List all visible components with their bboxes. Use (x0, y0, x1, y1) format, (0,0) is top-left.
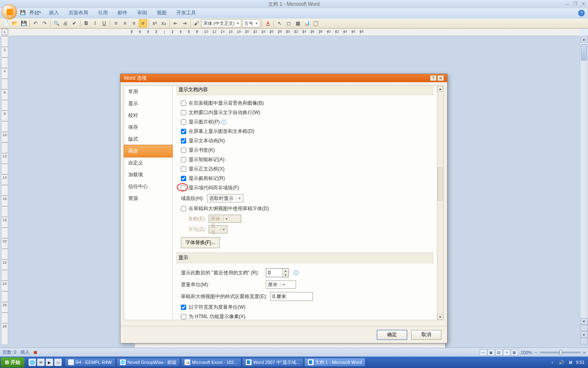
html-pixels-checkbox[interactable] (181, 314, 186, 319)
draft-view-icon[interactable]: ▦ (511, 349, 518, 356)
font-name-dropdown[interactable]: 宋体 (中文正文)▼ (201, 19, 241, 27)
tab-references[interactable]: 引用 (93, 8, 113, 18)
font-color-icon[interactable]: A (264, 19, 272, 27)
options-nav-item[interactable]: 资源 (124, 193, 172, 204)
option-checkbox-row[interactable]: 显示文本动画(N) (176, 136, 434, 146)
measurement-unit-dropdown[interactable]: 厘米▼ (266, 280, 296, 289)
office-button[interactable]: 🟧 (2, 4, 17, 20)
dialog-scroll-up-icon[interactable]: ▲ (437, 86, 443, 92)
tab-insert[interactable]: 插入 (44, 8, 64, 18)
tab-view[interactable]: 视图 (152, 8, 172, 18)
bold-icon[interactable]: B (82, 19, 90, 27)
info-icon[interactable]: i (221, 120, 226, 125)
clock[interactable]: 9:51 (576, 360, 585, 365)
zoom-level[interactable]: 100% (521, 350, 532, 355)
draft-font-checkbox-row[interactable]: 在草稿和大纲视图中使用草稿字体(D) (176, 204, 434, 213)
taskbar-item[interactable]: 📘Word 2007 中"显示域... (242, 358, 303, 367)
tray-icon-1[interactable]: ‹ (549, 359, 556, 366)
scroll-down-icon[interactable]: ▼ (581, 318, 587, 325)
ql-icon-4[interactable]: ▭ (54, 359, 62, 366)
zoom-out-button[interactable]: − (535, 350, 537, 355)
vertical-scrollbar[interactable]: ▲ ▼ ◦ ● ◦ (580, 36, 587, 344)
info-icon[interactable]: i (294, 270, 298, 275)
superscript-icon[interactable]: x² (151, 19, 159, 27)
qat-redo-icon[interactable]: ↷ (36, 9, 42, 16)
field-shading-dropdown[interactable]: 选取时显示▼ (207, 194, 243, 202)
insert-chart-icon[interactable]: 📊 (303, 19, 311, 27)
option-checkbox[interactable] (181, 138, 186, 144)
subscript-icon[interactable]: x₂ (160, 19, 168, 27)
print-preview-icon[interactable]: 🔍 (52, 19, 60, 27)
dialog-scroll-thumb[interactable] (438, 168, 443, 200)
print-layout-view-icon[interactable]: ▭ (480, 349, 487, 356)
option-checkbox-row[interactable]: 文档窗口内显示文字自动换行(W) (176, 108, 434, 117)
save-icon[interactable]: 💾 (20, 19, 28, 27)
html-pixels-checkbox-row[interactable]: 为 HTML 功能显示像素(X) (176, 312, 434, 320)
zoom-handle[interactable] (559, 350, 562, 355)
browse-object-icon[interactable]: ● (581, 331, 587, 338)
open-icon[interactable]: 📂 (11, 19, 19, 27)
tray-icon-2[interactable]: 🔊 (558, 359, 565, 366)
option-checkbox-row[interactable]: 在屏幕上显示图形和文本框(D) (176, 127, 434, 136)
align-left-icon[interactable]: ≡ (112, 19, 120, 27)
option-checkbox[interactable] (181, 148, 186, 153)
zoom-slider[interactable] (540, 352, 581, 353)
indent-decrease-icon[interactable]: ⇤ (172, 19, 180, 27)
style-pane-width-input[interactable] (270, 292, 313, 301)
dialog-help-button[interactable]: ? (430, 75, 437, 81)
underline-icon[interactable]: U (100, 19, 108, 27)
recent-docs-input[interactable] (266, 269, 283, 277)
options-nav-item[interactable]: 信任中心 (124, 181, 172, 193)
tab-mailings[interactable]: 邮件 (113, 8, 132, 18)
outline-view-icon[interactable]: ≡ (503, 349, 510, 356)
start-button[interactable]: ⊞ 开始 (1, 357, 24, 368)
horizontal-ruler[interactable]: 8642246810121416182022242628303234363840… (9, 29, 579, 36)
qat-save-icon[interactable]: 💾 (20, 9, 26, 16)
format-painter-icon[interactable]: 🖌 (192, 19, 200, 27)
minimize-button[interactable]: — (564, 1, 571, 7)
ql-icon-3[interactable]: ▶ (46, 359, 53, 366)
option-checkbox[interactable] (181, 176, 186, 181)
page-count[interactable]: 页数: 0 (2, 349, 16, 355)
option-checkbox[interactable] (181, 185, 186, 191)
char-unit-checkbox-row[interactable]: 以字符宽度为度量单位(W) (176, 303, 434, 312)
indent-increase-icon[interactable]: ⇥ (180, 19, 189, 27)
taskbar-item[interactable]: 🌐Novell GroupWise - 邮箱 (116, 358, 180, 367)
option-checkbox[interactable] (181, 110, 186, 115)
insert-table-icon[interactable]: ▦ (294, 19, 302, 27)
ok-button[interactable]: 确定 (377, 330, 407, 340)
dialog-close-button[interactable]: ✕ (437, 75, 444, 81)
scroll-up-icon[interactable]: ▲ (581, 36, 587, 43)
font-size-dropdown[interactable]: 五号▼ (242, 19, 260, 27)
options-nav-item[interactable]: 自定义 (124, 157, 172, 169)
option-checkbox[interactable] (181, 129, 186, 134)
char-unit-checkbox[interactable] (181, 305, 186, 310)
spin-up-icon[interactable]: ▲ (283, 269, 288, 273)
dialog-scrollbar[interactable]: ▲ ▼ (437, 86, 443, 320)
option-checkbox-row[interactable]: 显示图片框(P)i (176, 117, 434, 127)
taskbar-item[interactable]: 📊Microsoft Excel - 102... (181, 358, 241, 367)
options-nav-item[interactable]: 版式 (124, 133, 172, 145)
tab-selector[interactable]: L (2, 29, 8, 35)
dialog-scroll-down-icon[interactable]: ▼ (437, 314, 443, 320)
recent-docs-spinbox[interactable]: ▲▼ (266, 268, 289, 277)
tab-layout[interactable]: 页面布局 (64, 8, 93, 18)
redo-icon[interactable]: ↷ (40, 19, 49, 27)
taskbar-item[interactable]: 📘文档 1 - Microsoft Word (304, 358, 366, 367)
align-center-icon[interactable]: ≡ (121, 19, 129, 27)
vertical-ruler[interactable]: 246810121416182022242628 (2, 36, 8, 344)
tray-icon-3[interactable]: 🖥 (567, 359, 574, 366)
options-nav-item[interactable]: 加载项 (124, 169, 172, 181)
tab-developer[interactable]: 开发工具 (172, 8, 201, 18)
next-page-icon[interactable]: ◦ (581, 338, 587, 344)
help-button[interactable]: ? (578, 10, 585, 16)
options-nav-item[interactable]: 高级 (124, 145, 173, 157)
zoom-in-button[interactable]: + (583, 350, 586, 355)
option-checkbox-row[interactable]: 显示正文边框(X) (176, 164, 434, 174)
paste-icon[interactable]: 📋 (312, 19, 320, 27)
options-nav-item[interactable]: 校对 (124, 110, 172, 121)
option-checkbox[interactable] (181, 101, 186, 106)
full-screen-view-icon[interactable]: ▣ (488, 349, 495, 356)
restore-button[interactable]: ❐ (572, 1, 579, 7)
ql-icon-2[interactable]: ✉ (37, 359, 45, 366)
